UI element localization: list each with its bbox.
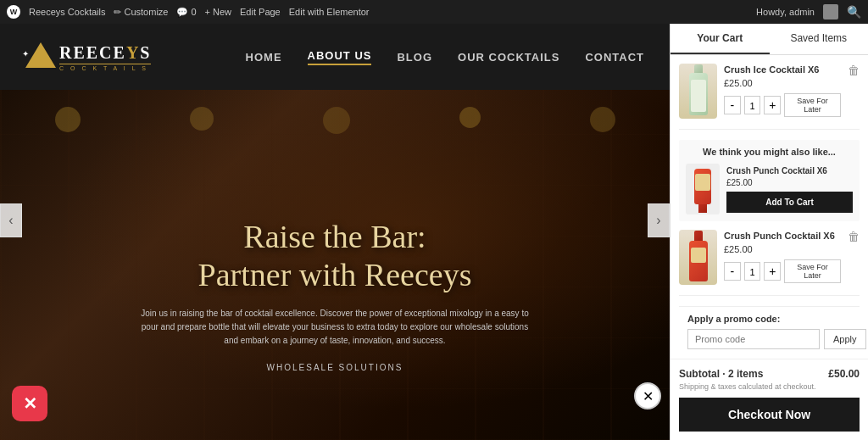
nav-about[interactable]: ABOUT US: [308, 49, 372, 65]
promo-apply-button[interactable]: Apply: [824, 329, 866, 349]
hero-title: Raise the Bar: Partner with Reeceys: [0, 218, 670, 295]
cart-item-1-qty-value: 1: [744, 96, 761, 114]
howdy-text: Howdy, admin: [756, 7, 815, 17]
upsell-item: Crush Punch Cocktail X6 £25.00 Add To Ca…: [686, 164, 853, 214]
carousel-right-arrow[interactable]: ›: [648, 203, 670, 237]
promo-section: Apply a promo code: Apply: [679, 306, 860, 356]
upsell-item-image: [686, 164, 720, 214]
site-name-admin[interactable]: Reeceys Cocktails: [29, 7, 105, 17]
cart-item-1-qty-plus[interactable]: +: [764, 96, 781, 114]
cart-item-1-controls: - 1 + Save For Later: [724, 93, 841, 117]
tab-saved-items[interactable]: Saved Items: [770, 24, 869, 54]
checkout-button[interactable]: Checkout Now: [679, 398, 860, 432]
cart-close-button[interactable]: ✕: [634, 382, 661, 409]
cart-tabs: Your Cart Saved Items: [670, 24, 868, 55]
hero-description: Join us in raising the bar of cocktail e…: [123, 307, 547, 348]
cart-panel: Your Cart Saved Items Crush Ice Cocktail…: [670, 24, 868, 440]
cart-item-1-price: £25.00: [724, 78, 841, 88]
carousel-left-arrow[interactable]: ‹: [0, 203, 22, 237]
cart-item-2-qty-value: 1: [744, 262, 761, 281]
cart-item-1-details: Crush Ice Cocktail X6 £25.00 - 1 + Save …: [724, 64, 841, 117]
upsell-item-details: Crush Punch Cocktail X6 £25.00 Add To Ca…: [726, 165, 853, 213]
promo-row: Apply: [687, 329, 851, 349]
subtotal-amount: £50.00: [828, 368, 860, 380]
shipping-note: Shipping & taxes calculated at checkout.: [679, 382, 860, 391]
admin-bar-right: Howdy, admin 🔍: [756, 4, 861, 19]
logo-text: REECEYS: [59, 43, 151, 63]
edit-elementor-btn[interactable]: Edit with Elementor: [289, 7, 370, 17]
new-btn[interactable]: + New: [205, 7, 231, 17]
cart-item-2-qty-plus[interactable]: +: [764, 262, 781, 281]
cart-item-2-delete-icon[interactable]: 🗑: [848, 230, 860, 243]
search-icon[interactable]: 🔍: [847, 5, 861, 19]
upsell-section: We think you might also like... Crush Pu…: [679, 140, 860, 221]
upsell-item-price: £25.00: [726, 178, 853, 187]
x-close-button[interactable]: ✕: [12, 386, 47, 421]
nav-home[interactable]: HOME: [246, 51, 282, 64]
cart-item-1-delete-icon[interactable]: 🗑: [848, 64, 860, 77]
cart-item-1-qty-minus[interactable]: -: [724, 96, 741, 114]
cart-item-2-details: Crush Punch Cocktail X6 £25.00 - 1 + Sav…: [724, 230, 841, 283]
cart-item-2-qty-minus[interactable]: -: [724, 262, 741, 281]
nav-contact[interactable]: CONTACT: [585, 51, 644, 64]
bar-lights: [0, 107, 670, 134]
customize-btn[interactable]: ✏ Customize: [114, 7, 168, 18]
wp-logo: W: [7, 5, 20, 19]
edit-page-btn[interactable]: Edit Page: [240, 7, 281, 17]
admin-avatar: [823, 4, 838, 19]
cart-item-1: Crush Ice Cocktail X6 £25.00 - 1 + Save …: [679, 64, 860, 130]
upsell-item-name: Crush Punch Cocktail X6: [726, 165, 853, 176]
comments-count[interactable]: 💬 0: [176, 7, 196, 18]
cart-item-2: Crush Punch Cocktail X6 £25.00 - 1 + Sav…: [679, 230, 860, 296]
subtotal-label: Subtotal · 2 items: [679, 368, 763, 380]
cart-item-2-price: £25.00: [724, 244, 841, 254]
logo-subtitle: C O C K T A I L S: [59, 64, 151, 71]
site-wrapper: ✦ REECEYS C O C K T A I L S HOME ABOUT U…: [0, 24, 670, 440]
cart-body: Crush Ice Cocktail X6 £25.00 - 1 + Save …: [670, 55, 868, 359]
admin-bar: W Reeceys Cocktails ✏ Customize 💬 0 + Ne…: [0, 0, 868, 24]
tab-your-cart[interactable]: Your Cart: [670, 24, 770, 54]
add-to-cart-button[interactable]: Add To Cart: [726, 192, 853, 213]
cart-item-2-controls: - 1 + Save For Later: [724, 259, 841, 283]
upsell-title: We think you might also like...: [686, 147, 853, 157]
promo-input[interactable]: [687, 329, 820, 349]
nav-cocktails[interactable]: OUR COCKTAILS: [458, 51, 559, 64]
cart-item-1-save-later[interactable]: Save For Later: [784, 93, 841, 117]
main-nav: HOME ABOUT US BLOG OUR COCKTAILS CONTACT: [246, 49, 644, 65]
hero-section: Raise the Bar: Partner with Reeceys Join…: [0, 90, 670, 440]
nav-blog[interactable]: BLOG: [397, 51, 432, 64]
logo-star-icon: ✦: [22, 49, 29, 58]
cart-item-2-name: Crush Punch Cocktail X6: [724, 230, 841, 242]
logo[interactable]: ✦ REECEYS C O C K T A I L S: [25, 42, 151, 71]
cart-item-1-image: [679, 64, 717, 119]
subtotal-row: Subtotal · 2 items £50.00: [679, 368, 860, 380]
cart-item-2-save-later[interactable]: Save For Later: [784, 259, 841, 283]
promo-label: Apply a promo code:: [687, 314, 851, 324]
hero-content: Raise the Bar: Partner with Reeceys Join…: [0, 218, 670, 372]
cart-item-1-name: Crush Ice Cocktail X6: [724, 64, 841, 75]
cart-item-2-image: [679, 230, 717, 285]
cart-footer: Subtotal · 2 items £50.00 Shipping & tax…: [670, 359, 868, 440]
hero-cta[interactable]: WHOLESALE SOLUTIONS: [0, 363, 670, 372]
site-header: ✦ REECEYS C O C K T A I L S HOME ABOUT U…: [0, 24, 670, 90]
